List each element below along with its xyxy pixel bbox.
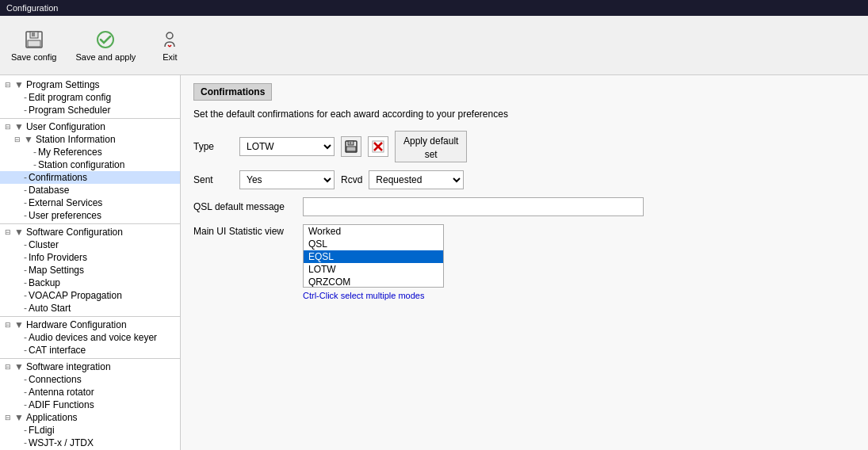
sidebar-label-software-configuration: Software Configuration — [26, 227, 123, 238]
dash-database: - — [24, 185, 27, 196]
sidebar-item-program-settings[interactable]: ⊟▼Program Settings — [0, 78, 180, 91]
sent-row: Sent YesNoRequested Rcvd YesNoRequested — [193, 170, 855, 189]
expander-applications: ⊟ — [3, 413, 13, 422]
sidebar-label-station-information: Station Information — [36, 134, 116, 145]
sidebar-item-fldigi[interactable]: - FLdigi — [0, 424, 180, 437]
sidebar-item-user-configuration[interactable]: ⊟▼User Configuration — [0, 120, 180, 133]
svg-rect-11 — [350, 142, 351, 144]
svg-line-6 — [168, 45, 170, 47]
apply-default-set-button[interactable]: Apply default set — [395, 131, 467, 162]
expander-edit-program-config — [13, 93, 22, 102]
sidebar-item-cat-interface[interactable]: - CAT interface — [0, 344, 180, 357]
type-select[interactable]: LOTWQSLEQSLQRZCOM — [239, 137, 335, 156]
sidebar-item-station-information[interactable]: ⊟▼Station Information — [0, 133, 180, 146]
title-bar-text: Configuration — [6, 3, 58, 13]
list-item[interactable]: LOTW — [304, 263, 443, 276]
svg-line-7 — [170, 45, 171, 47]
title-bar: Configuration — [0, 0, 868, 16]
svg-rect-3 — [32, 32, 35, 36]
exit-icon — [159, 29, 181, 51]
sidebar-label-connections: Connections — [29, 374, 82, 385]
delete-icon-btn[interactable] — [368, 136, 388, 157]
dash-my-references: - — [33, 147, 36, 158]
sidebar-item-user-preferences[interactable]: - User preferences — [0, 209, 180, 222]
sidebar-item-map-settings[interactable]: - Map Settings — [0, 264, 180, 276]
sidebar-item-external-services[interactable]: - External Services — [0, 196, 180, 209]
list-item[interactable]: QSL — [304, 238, 443, 250]
statistic-label: Main UI Statistic view — [193, 224, 296, 237]
sidebar-label-voacap-propagation: VOACAP Propagation — [29, 290, 122, 301]
sidebar-item-cluster[interactable]: - Cluster — [0, 238, 180, 251]
sidebar-label-external-services: External Services — [29, 197, 102, 208]
expander-voacap-propagation — [13, 291, 22, 300]
sidebar-item-connections[interactable]: - Connections — [0, 373, 180, 386]
separator-user-preferences — [0, 223, 180, 224]
expander-software-configuration: ⊟ — [3, 227, 13, 237]
dash-audio-devices: - — [24, 332, 27, 343]
save-apply-icon — [94, 29, 117, 51]
statistic-listbox[interactable]: WorkedQSLEQSLLOTWQRZCOM — [303, 224, 444, 288]
sidebar-item-applications[interactable]: ⊟▼Applications — [0, 411, 180, 424]
sidebar-item-software-integration[interactable]: ⊟▼Software integration — [0, 360, 180, 373]
expander-user-preferences — [13, 211, 22, 220]
expander-antenna-rotator — [13, 387, 22, 397]
svg-point-5 — [166, 32, 173, 39]
sidebar-item-wsjtx[interactable]: - WSJT-x / JTDX — [0, 437, 180, 449]
rcvd-label: Rcvd — [341, 174, 362, 185]
sidebar-label-fldigi: FLdigi — [29, 425, 55, 436]
sidebar-label-software-integration: Software integration — [26, 361, 111, 372]
expander-cluster — [13, 240, 22, 250]
dash-map-settings: - — [24, 265, 27, 276]
sidebar-item-antenna-rotator[interactable]: - Antenna rotator — [0, 386, 180, 399]
expander-auto-start — [13, 303, 22, 313]
expander-my-references — [22, 147, 32, 157]
sidebar-label-user-configuration: User Configuration — [26, 121, 105, 132]
save-apply-button[interactable]: Save and apply — [71, 25, 140, 65]
parent-icon-software-integration: ▼ — [14, 361, 24, 372]
dash-fldigi: - — [24, 425, 27, 436]
exit-button[interactable]: Exit — [150, 25, 189, 65]
sidebar-label-wsjtx: WSJT-x / JTDX — [29, 437, 94, 448]
listbox-container: WorkedQSLEQSLLOTWQRZCOM Ctrl-Click selec… — [303, 224, 444, 300]
parent-icon-hardware-configuration: ▼ — [14, 319, 24, 330]
list-item[interactable]: EQSL — [304, 250, 443, 263]
sidebar-item-adif-functions[interactable]: - ADIF Functions — [0, 399, 180, 411]
save-icon-btn[interactable] — [341, 136, 361, 157]
sent-select[interactable]: YesNoRequested — [239, 170, 335, 189]
sidebar-item-edit-program-config[interactable]: - Edit program config — [0, 91, 180, 104]
dash-user-preferences: - — [24, 210, 27, 221]
parent-icon-station-information: ▼ — [24, 134, 33, 145]
type-label: Type — [193, 141, 233, 152]
sidebar-item-audio-devices[interactable]: - Audio devices and voice keyer — [0, 331, 180, 344]
sidebar-item-backup[interactable]: - Backup — [0, 276, 180, 289]
sidebar-label-cat-interface: CAT interface — [29, 345, 86, 356]
list-item[interactable]: QRZCOM — [304, 276, 443, 288]
type-row: Type LOTWQSLEQSLQRZCOM Apply default s — [193, 131, 855, 162]
sidebar-item-software-configuration[interactable]: ⊟▼Software Configuration — [0, 226, 180, 238]
dash-info-providers: - — [24, 252, 27, 263]
rcvd-select[interactable]: YesNoRequested — [369, 170, 464, 189]
dash-auto-start: - — [24, 303, 27, 314]
separator-cat-interface — [0, 358, 180, 359]
sidebar-item-database[interactable]: - Database — [0, 184, 180, 196]
parent-icon-applications: ▼ — [14, 412, 24, 423]
sidebar-item-info-providers[interactable]: - Info Providers — [0, 251, 180, 264]
save-config-button[interactable]: Save config — [6, 25, 61, 65]
sidebar-item-station-configuration[interactable]: - Station configuration — [0, 158, 180, 171]
qsl-input[interactable] — [303, 197, 644, 216]
sidebar-item-hardware-configuration[interactable]: ⊟▼Hardware Configuration — [0, 318, 180, 331]
sidebar-item-confirmations[interactable]: - Confirmations — [0, 171, 180, 184]
qsl-label: QSL default message — [193, 201, 296, 212]
sidebar-label-station-configuration: Station configuration — [38, 159, 124, 170]
sidebar-label-user-preferences: User preferences — [29, 210, 101, 221]
expander-database — [13, 185, 22, 195]
sidebar-label-cluster: Cluster — [29, 239, 59, 250]
sidebar-item-auto-start[interactable]: - Auto Start — [0, 302, 180, 315]
expander-cat-interface — [13, 345, 22, 355]
list-item[interactable]: Worked — [304, 225, 443, 238]
expander-connections — [13, 375, 22, 384]
sidebar-item-program-scheduler[interactable]: - Program Scheduler — [0, 104, 180, 116]
sidebar-item-my-references[interactable]: - My References — [0, 146, 180, 158]
ctrl-click-hint: Ctrl-Click select multiple modes — [303, 291, 444, 300]
sidebar-item-voacap-propagation[interactable]: - VOACAP Propagation — [0, 289, 180, 302]
